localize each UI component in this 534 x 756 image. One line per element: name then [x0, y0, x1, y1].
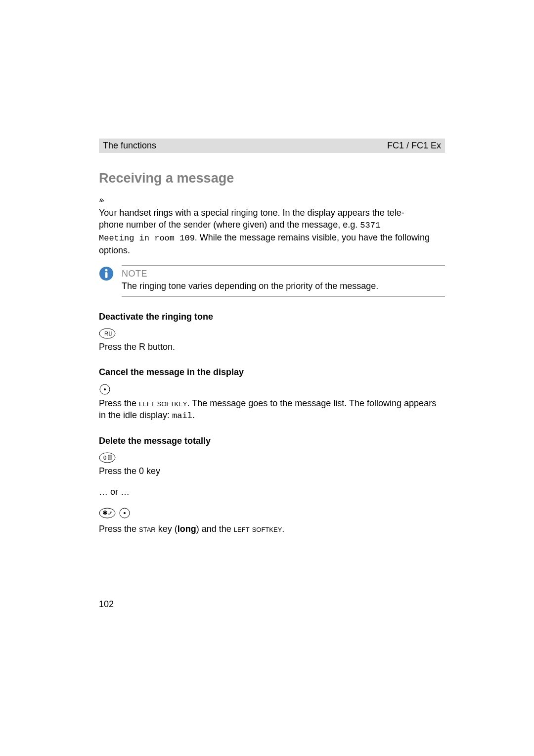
softkey-dot-icon-2 — [119, 507, 131, 521]
star-key-icon: ✱ — [99, 508, 116, 520]
note-content: NOTE The ringing tone varies depending o… — [122, 265, 445, 297]
delete-or: … or … — [99, 486, 445, 498]
deactivate-text: Press the R button. — [99, 341, 445, 353]
svg-point-16 — [124, 512, 126, 514]
svg-text:✱: ✱ — [102, 509, 108, 517]
cancel-suffix: . — [192, 410, 195, 420]
delete-step2-key: star — [139, 524, 156, 534]
page-number: 102 — [99, 599, 445, 610]
star-softkey-icons: ✱ — [99, 507, 445, 521]
deactivate-suffix: button. — [145, 342, 175, 352]
delete-step1-key: 0 — [139, 466, 144, 476]
delete-step2-bold: long — [178, 524, 196, 534]
delete-step2-mid2: ) and the — [196, 524, 234, 534]
svg-text:R: R — [104, 331, 108, 336]
svg-rect-2 — [105, 272, 108, 278]
note-block: NOTE The ringing tone varies depending o… — [99, 265, 445, 297]
intro-example2: Meeting in room 109 — [99, 234, 195, 243]
deactivate-prefix: Press the — [99, 342, 139, 352]
delete-step2-mid: key ( — [156, 524, 178, 534]
svg-point-6 — [104, 388, 106, 390]
intro-line2-prefix: phone number of the sender (where given)… — [99, 220, 360, 230]
section-title: Receiving a message — [99, 171, 445, 186]
cancel-heading: Cancel the message in the display — [99, 367, 445, 378]
delete-step1: Press the 0 key — [99, 465, 445, 477]
header-right: FC1 / FC1 Ex — [387, 141, 441, 151]
svg-rect-9 — [108, 455, 111, 460]
cancel-softkey: left softkey — [139, 398, 187, 408]
delete-step2: Press the star key (long) and the left s… — [99, 523, 445, 535]
signal-icon — [99, 196, 445, 205]
cancel-text: Press the left softkey. The message goes… — [99, 397, 445, 422]
intro-example1: 5371 — [360, 221, 380, 230]
header-left: The functions — [103, 141, 156, 151]
document-page: The functions FC1 / FC1 Ex Receiving a m… — [0, 0, 534, 610]
deactivate-heading: Deactivate the ringing tone — [99, 312, 445, 322]
deactivate-key: R — [139, 342, 145, 352]
zero-key-icon: 0 — [99, 452, 445, 463]
delete-step1-suffix: key — [144, 466, 160, 476]
softkey-dot-icon — [99, 383, 445, 395]
delete-step2-softkey: left softkey — [234, 524, 282, 534]
note-text: The ringing tone varies depending on the… — [122, 281, 445, 291]
r-key-icon: R — [99, 328, 445, 339]
cancel-mono: mail — [172, 411, 192, 421]
intro-paragraph: Your handset rings with a special ringin… — [99, 207, 445, 256]
svg-point-1 — [105, 269, 108, 272]
delete-step2-suffix: . — [282, 524, 284, 534]
intro-line1: Your handset rings with a special ringin… — [99, 208, 404, 218]
info-icon — [99, 266, 114, 281]
note-heading: NOTE — [122, 269, 445, 279]
svg-text:0: 0 — [103, 455, 106, 461]
delete-step1-prefix: Press the — [99, 466, 139, 476]
delete-heading: Delete the message totally — [99, 436, 445, 446]
cancel-prefix: Press the — [99, 398, 139, 408]
header-bar: The functions FC1 / FC1 Ex — [99, 139, 445, 153]
delete-step2-prefix: Press the — [99, 524, 139, 534]
svg-point-7 — [99, 453, 115, 463]
